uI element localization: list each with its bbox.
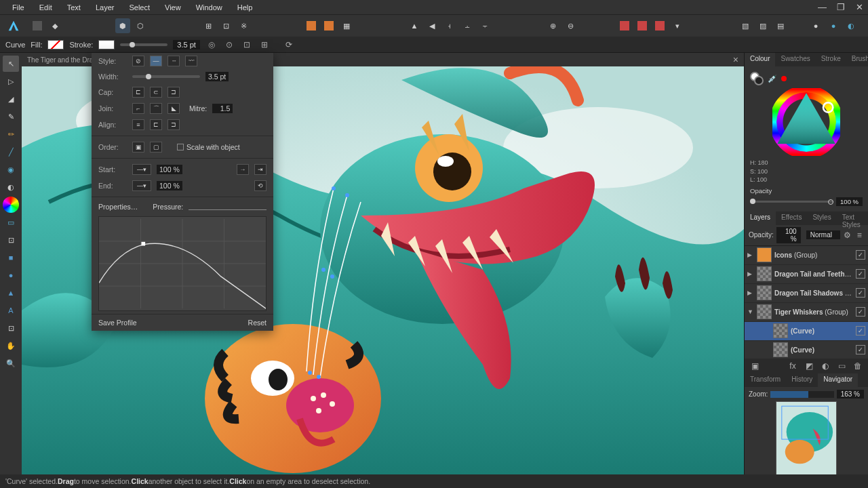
layer-row[interactable]: ▶ Dragon Tail Shadows (Gr… ✓ — [745, 284, 868, 303]
order-behind-icon[interactable]: ▣ — [132, 142, 144, 152]
layer-visibility-checkbox[interactable]: ✓ — [856, 288, 865, 298]
shape-rect-icon[interactable]: ■ — [3, 249, 19, 266]
layer-expand-icon[interactable]: ▼ — [747, 308, 754, 315]
cap-butt-icon[interactable]: ⊏ — [132, 87, 144, 98]
pressure-graph[interactable] — [98, 216, 267, 311]
node-tool-icon[interactable]: ▷ — [3, 73, 19, 89]
layer-add-icon[interactable]: ▣ — [749, 360, 761, 372]
layer-visibility-checkbox[interactable]: ✓ — [856, 250, 865, 260]
arrange-front-icon[interactable] — [304, 18, 319, 33]
move-tool-icon[interactable]: ↖ — [3, 56, 19, 72]
layer-row[interactable]: ▼ Tiger Whiskers (Group) ✓ — [745, 303, 868, 322]
join-round-icon[interactable]: ⌒ — [150, 103, 162, 114]
ctx-icon-1[interactable]: ◎ — [205, 39, 218, 51]
tab-colour[interactable]: Colour — [745, 53, 775, 66]
layer-visibility-checkbox[interactable]: ✓ — [856, 326, 865, 336]
save-profile-button[interactable]: Save Profile — [98, 319, 137, 327]
document-close-icon[interactable]: × — [733, 54, 738, 65]
tab-styles[interactable]: Styles — [807, 211, 836, 225]
eyedropper-icon[interactable]: 💉 — [768, 75, 777, 83]
end-pct-field[interactable]: 100 % — [157, 181, 182, 190]
layer-menu-icon[interactable]: ≡ — [854, 229, 864, 241]
text-tool-icon[interactable]: A — [3, 302, 19, 319]
zoom-value[interactable]: 163 % — [837, 390, 864, 399]
tab-navigator[interactable]: Navigator — [818, 373, 858, 387]
ctx-icon-2[interactable]: ⊙ — [223, 39, 235, 51]
opacity-slider[interactable] — [750, 201, 833, 203]
window-close-icon[interactable]: ✕ — [849, 0, 863, 14]
style-solid-icon[interactable]: — — [150, 56, 162, 66]
menu-view[interactable]: View — [158, 1, 188, 14]
transparency-tool-icon[interactable]: ◐ — [3, 179, 19, 195]
flip-v-icon[interactable]: ◀ — [425, 18, 439, 33]
arrange-3-icon[interactable]: ▦ — [339, 18, 354, 33]
asset-3-icon[interactable]: ▤ — [773, 18, 788, 33]
tab-layers[interactable]: Layers — [745, 211, 776, 225]
tab-brushes[interactable]: Brushes — [846, 53, 868, 66]
layer-fx-icon[interactable]: fx — [787, 360, 799, 372]
gradient-tool-icon[interactable] — [3, 197, 19, 213]
menu-layer[interactable]: Layer — [89, 1, 121, 14]
cap-square-icon[interactable]: ⊐ — [167, 87, 180, 98]
fill-stroke-swap-icon[interactable] — [750, 72, 764, 85]
menu-window[interactable]: Window — [189, 1, 229, 14]
layer-delete-icon[interactable]: 🗑 — [852, 360, 864, 372]
layer-lock-icon[interactable]: ⚙ — [843, 229, 852, 241]
end-arrow-select[interactable]: —▾ — [132, 180, 151, 191]
layer-visibility-checkbox[interactable]: ✓ — [856, 269, 865, 279]
layer-expand-icon[interactable]: ▶ — [747, 289, 754, 296]
tab-stroke[interactable]: Stroke — [816, 53, 846, 66]
layer-mask-icon[interactable]: ◩ — [803, 360, 815, 372]
style-none-icon[interactable]: ⊘ — [132, 56, 144, 66]
ctx-icon-3[interactable]: ⊡ — [241, 39, 253, 51]
layer-visibility-checkbox[interactable]: ✓ — [856, 307, 865, 317]
shape-tri-icon[interactable]: ▲ — [3, 285, 19, 301]
ctx-icon-5[interactable]: ⟳ — [283, 39, 295, 51]
pan-tool-icon[interactable]: ✋ — [3, 338, 19, 354]
fill-swatch[interactable] — [47, 40, 64, 49]
tab-history[interactable]: History — [786, 373, 818, 387]
tab-swatches[interactable]: Swatches — [775, 53, 815, 66]
insert-1-icon[interactable] — [617, 18, 632, 33]
flip-h-icon[interactable]: ▲ — [407, 18, 422, 33]
colour-wheel[interactable] — [772, 88, 840, 156]
boolean-add-icon[interactable]: ⊕ — [545, 18, 560, 33]
start-pct-field[interactable]: 100 % — [157, 165, 182, 174]
tab-transform[interactable]: Transform — [745, 373, 786, 387]
scale-checkbox[interactable]: Scale with object — [177, 143, 240, 151]
asset-2-icon[interactable]: ▨ — [755, 18, 770, 33]
tab-textstyles[interactable]: Text Styles — [837, 211, 868, 225]
stroke-width-slider[interactable] — [120, 43, 167, 46]
layer-visibility-checkbox[interactable]: ✓ — [856, 345, 865, 354]
menu-select[interactable]: Select — [122, 1, 157, 14]
stroke-swatch[interactable] — [98, 40, 115, 49]
toolbar-btn-2[interactable]: ⬡ — [133, 18, 148, 33]
align-r-icon[interactable]: ⫟ — [477, 18, 492, 33]
start-arrow-select[interactable]: —▾ — [132, 164, 151, 175]
sp-width-field[interactable]: 3.5 pt — [205, 72, 229, 81]
text-frame-icon[interactable]: ⊡ — [3, 320, 19, 336]
menu-help[interactable]: Help — [231, 1, 260, 14]
zoom-slider[interactable] — [770, 391, 833, 398]
opacity-value[interactable]: 100 % — [836, 197, 863, 206]
snap-3-icon[interactable]: ※ — [236, 18, 251, 33]
view-mode-1-icon[interactable]: ● — [808, 18, 823, 33]
reset-button[interactable]: Reset — [248, 319, 267, 327]
tab-effects[interactable]: Effects — [776, 211, 807, 225]
toolbar-btn-1[interactable]: ⬢ — [115, 18, 130, 33]
align-inside-icon[interactable]: ⊏ — [150, 119, 162, 130]
layer-row[interactable]: ▶ Icons (Group) ✓ — [745, 246, 868, 265]
start-place-1-icon[interactable]: → — [237, 164, 249, 175]
window-minimize-icon[interactable]: — — [811, 0, 825, 14]
arrange-back-icon[interactable] — [321, 18, 336, 33]
layer-expand-icon[interactable]: ▶ — [747, 251, 754, 258]
layer-group-icon[interactable]: ▭ — [835, 360, 848, 372]
asset-1-icon[interactable]: ▧ — [738, 18, 753, 33]
align-center-icon[interactable]: ≡ — [132, 119, 144, 130]
window-maximize-icon[interactable]: ❐ — [830, 0, 844, 14]
menu-text[interactable]: Text — [60, 1, 87, 14]
persona-designer-icon[interactable] — [30, 18, 45, 33]
boolean-sub-icon[interactable]: ⊖ — [563, 18, 578, 33]
layer-opacity-field[interactable]: 100 % — [776, 227, 801, 243]
persona-pixel-icon[interactable]: ◆ — [47, 18, 62, 33]
